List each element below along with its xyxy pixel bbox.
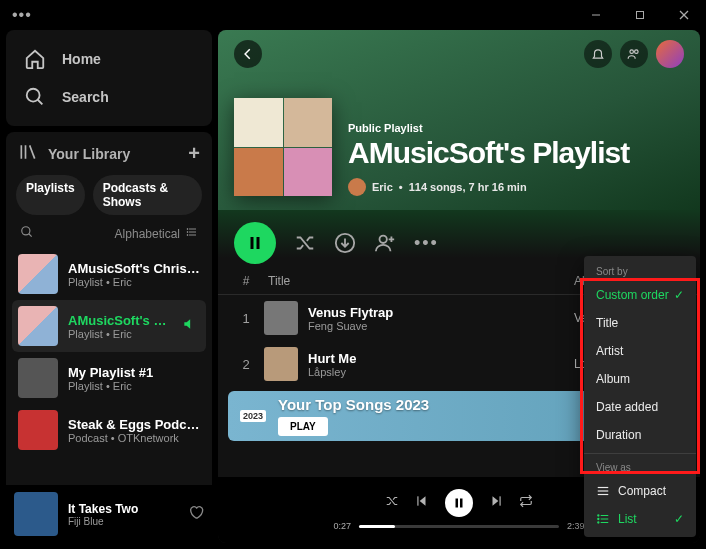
- playlist-byline: Eric • 114 songs, 7 hr 16 min: [348, 178, 629, 196]
- view-section-label: View as: [584, 458, 696, 477]
- sort-option-title[interactable]: Title: [584, 309, 696, 337]
- previous-button[interactable]: [415, 494, 429, 512]
- playlist-cover[interactable]: [234, 98, 332, 196]
- playlist-thumb: [18, 358, 58, 398]
- playlist-stats: 114 songs, 7 hr 16 min: [409, 181, 527, 193]
- check-icon: ✓: [674, 288, 684, 302]
- library-label: Your Library: [48, 146, 130, 162]
- library-item-title: AMusicSoft's Play...: [68, 313, 172, 328]
- close-button[interactable]: [662, 0, 706, 30]
- nav-search[interactable]: Search: [14, 78, 204, 116]
- svg-rect-1: [637, 12, 644, 19]
- playlist-owner[interactable]: Eric: [372, 181, 393, 193]
- shuffle-button[interactable]: [385, 494, 399, 512]
- add-button[interactable]: +: [188, 142, 200, 165]
- track-art: [264, 347, 298, 381]
- library-item-subtitle: Playlist • Eric: [68, 276, 200, 288]
- library-sort-button[interactable]: Alphabetical: [115, 226, 198, 241]
- more-button[interactable]: •••: [414, 233, 439, 254]
- library-item[interactable]: AMusicSoft's Play... Playlist • Eric: [12, 300, 206, 352]
- track-art: [264, 301, 298, 335]
- svg-point-4: [27, 89, 40, 102]
- compact-icon: [596, 484, 610, 498]
- library-item-subtitle: Playlist • Eric: [68, 380, 153, 392]
- sort-section-label: Sort by: [584, 262, 696, 281]
- now-playing-art[interactable]: [14, 492, 58, 536]
- progress-bar[interactable]: [359, 525, 559, 528]
- shuffle-button[interactable]: [294, 232, 316, 254]
- library-sort-label: Alphabetical: [115, 227, 180, 241]
- now-playing-bar: It Takes Two Fiji Blue: [6, 485, 212, 543]
- svg-point-9: [22, 227, 30, 235]
- chip-playlists[interactable]: Playlists: [16, 175, 85, 215]
- sort-option-duration[interactable]: Duration: [584, 421, 696, 449]
- next-button[interactable]: [489, 494, 503, 512]
- svg-point-14: [187, 229, 188, 230]
- library-item-title: Steak & Eggs Podcast: [68, 417, 200, 432]
- svg-rect-32: [456, 499, 459, 508]
- friends-button[interactable]: [620, 40, 648, 68]
- track-index: 1: [234, 311, 258, 326]
- nav-panel: Home Search: [6, 30, 212, 126]
- sort-option-album[interactable]: Album: [584, 365, 696, 393]
- svg-point-44: [598, 522, 599, 523]
- library-item-subtitle: Podcast • OTKnetwork: [68, 432, 200, 444]
- library-search-icon[interactable]: [20, 225, 34, 242]
- svg-rect-19: [251, 237, 254, 249]
- sort-option-date[interactable]: Date added: [584, 393, 696, 421]
- now-playing-title[interactable]: It Takes Two: [68, 502, 138, 516]
- svg-point-17: [630, 50, 634, 54]
- hero: Public Playlist AMusicSoft's Playlist Er…: [218, 30, 700, 210]
- user-avatar[interactable]: [656, 40, 684, 68]
- nav-home[interactable]: Home: [14, 40, 204, 78]
- maximize-button[interactable]: [618, 0, 662, 30]
- track-artist[interactable]: Låpsley: [308, 366, 574, 378]
- nav-search-label: Search: [62, 89, 109, 105]
- sort-menu-popup: Sort by Custom order✓ Title Artist Album…: [584, 256, 696, 537]
- minimize-button[interactable]: [574, 0, 618, 30]
- svg-point-22: [380, 236, 387, 243]
- main-panel: Public Playlist AMusicSoft's Playlist Er…: [218, 30, 700, 543]
- library-header-button[interactable]: Your Library: [18, 142, 130, 165]
- notifications-button[interactable]: [584, 40, 612, 68]
- svg-line-10: [29, 234, 32, 237]
- chip-podcasts[interactable]: Podcasts & Shows: [93, 175, 202, 215]
- check-icon: ✓: [674, 512, 684, 526]
- banner-play-button[interactable]: PLAY: [278, 417, 328, 436]
- app-menu-dots[interactable]: •••: [12, 6, 32, 24]
- svg-rect-31: [417, 496, 418, 505]
- like-button[interactable]: [188, 504, 204, 524]
- svg-marker-30: [420, 496, 426, 505]
- view-option-list[interactable]: List✓: [584, 505, 696, 533]
- separator: [584, 453, 696, 454]
- col-title[interactable]: Title: [258, 274, 574, 288]
- library-item[interactable]: AMusicSoft's Christmas... Playlist • Eri…: [12, 248, 206, 300]
- track-title: Hurt Me: [308, 351, 574, 366]
- library-item[interactable]: My Playlist #1 Playlist • Eric: [12, 352, 206, 404]
- back-button[interactable]: [234, 40, 262, 68]
- svg-point-15: [187, 232, 188, 233]
- owner-avatar: [348, 178, 366, 196]
- view-option-compact[interactable]: Compact: [584, 477, 696, 505]
- play-button[interactable]: [234, 222, 276, 264]
- svg-line-5: [38, 100, 43, 105]
- svg-point-42: [598, 515, 599, 516]
- track-artist[interactable]: Feng Suave: [308, 320, 574, 332]
- window-controls: [574, 0, 706, 30]
- repeat-button[interactable]: [519, 494, 533, 512]
- sort-option-custom[interactable]: Custom order✓: [584, 281, 696, 309]
- playlist-thumb: [18, 306, 58, 346]
- playlist-thumb: [18, 254, 58, 294]
- banner-title: Your Top Songs 2023: [278, 396, 429, 413]
- list-icon: [186, 226, 198, 241]
- download-button[interactable]: [334, 232, 356, 254]
- add-user-button[interactable]: [374, 232, 396, 254]
- library-panel: Your Library + Playlists Podcasts & Show…: [6, 132, 212, 543]
- sort-option-artist[interactable]: Artist: [584, 337, 696, 365]
- podcast-thumb: [18, 410, 58, 450]
- now-playing-artist[interactable]: Fiji Blue: [68, 516, 138, 527]
- library-item-title: AMusicSoft's Christmas...: [68, 261, 200, 276]
- play-pause-button[interactable]: [445, 489, 473, 517]
- library-item[interactable]: Steak & Eggs Podcast Podcast • OTKnetwor…: [12, 404, 206, 456]
- library-icon: [18, 142, 38, 165]
